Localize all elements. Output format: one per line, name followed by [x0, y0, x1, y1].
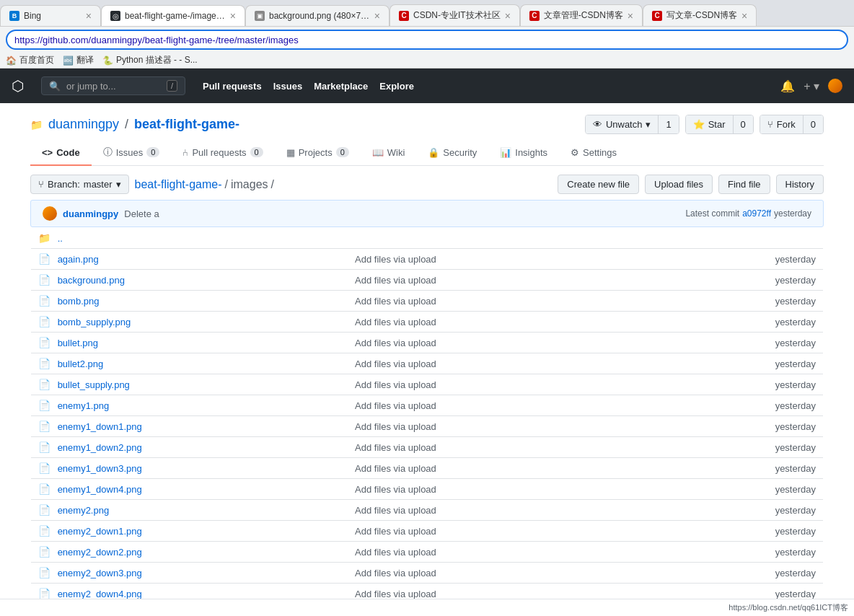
- file-time: yesterday: [665, 395, 824, 416]
- folder-icon: 📁: [38, 232, 50, 244]
- tab-pullrequests[interactable]: ⑃ Pull requests 0: [171, 140, 274, 166]
- tab-close-github[interactable]: ×: [230, 10, 236, 22]
- projects-badge: 0: [336, 147, 349, 157]
- file-link[interactable]: bomb_supply.png: [58, 317, 131, 327]
- nav-issues[interactable]: Issues: [273, 81, 302, 92]
- nav-pull-requests[interactable]: Pull requests: [203, 81, 262, 92]
- file-browser-header: ⑂ Branch: master ▾ beat-flight-game- / i…: [30, 166, 824, 200]
- bookmark-translate[interactable]: 🔤 翻译: [63, 54, 94, 66]
- repo-actions: 👁 Unwatch ▾ 1 ⭐ Star 0: [585, 115, 824, 134]
- commit-hash-link[interactable]: a0972ff: [742, 208, 771, 219]
- file-link[interactable]: bullet2.png: [58, 358, 104, 369]
- tab-code[interactable]: <> Code: [30, 140, 92, 166]
- create-new-file-button[interactable]: Create new file: [558, 175, 639, 194]
- branch-name: master: [84, 179, 113, 190]
- code-icon: <>: [42, 147, 53, 158]
- table-row: 📄 enemy2.png Add files via upload yester…: [31, 500, 824, 521]
- file-icon: 📄: [38, 316, 50, 327]
- browser-tab-csdn1[interactable]: C CSDN-专业IT技术社区 ×: [389, 4, 520, 26]
- nav-marketplace[interactable]: Marketplace: [314, 81, 368, 92]
- file-commit-message: Add files via upload: [348, 353, 665, 374]
- file-link[interactable]: enemy1_down2.png: [58, 442, 142, 453]
- file-link[interactable]: enemy2_down2.png: [58, 547, 142, 558]
- file-link[interactable]: enemy1_down4.png: [58, 484, 142, 495]
- star-button-group: ⭐ Star 0: [685, 115, 754, 134]
- branch-selector[interactable]: ⑂ Branch: master ▾: [30, 175, 129, 194]
- file-icon: 📄: [38, 379, 50, 390]
- star-button[interactable]: ⭐ Star: [686, 115, 734, 133]
- tab-close-background[interactable]: ×: [374, 10, 380, 22]
- tab-issues[interactable]: ⓘ Issues 0: [92, 140, 172, 166]
- find-file-button[interactable]: Find file: [718, 175, 770, 194]
- file-link[interactable]: enemy2_down3.png: [58, 568, 142, 578]
- create-new-icon[interactable]: + ▾: [804, 79, 819, 93]
- file-link[interactable]: again.png: [58, 254, 99, 265]
- tab-projects[interactable]: ▦ Projects 0: [275, 140, 361, 166]
- history-button[interactable]: History: [776, 175, 824, 194]
- repo-separator: /: [125, 117, 128, 132]
- file-time: yesterday: [665, 270, 824, 291]
- nav-explore[interactable]: Explore: [379, 81, 414, 92]
- parent-dir-link[interactable]: ..: [58, 233, 63, 244]
- browser-tab-csdn3[interactable]: C 写文章-CSDN博客 ×: [643, 4, 757, 26]
- file-link[interactable]: enemy2_down1.png: [58, 526, 142, 537]
- watch-count[interactable]: 1: [659, 115, 678, 133]
- csdn1-favicon: C: [399, 11, 409, 21]
- tab-wiki-label: Wiki: [387, 147, 405, 158]
- tab-wiki[interactable]: 📖 Wiki: [361, 140, 417, 166]
- browser-tab-background[interactable]: ▣ background.png (480×700) ×: [245, 5, 389, 26]
- file-link[interactable]: enemy1_down1.png: [58, 421, 142, 432]
- tab-close-csdn3[interactable]: ×: [741, 10, 747, 22]
- file-commit-message: Add files via upload: [348, 312, 665, 333]
- file-commit-message: Add files via upload: [348, 395, 665, 416]
- breadcrumb-repo-link[interactable]: beat-flight-game-: [135, 178, 222, 191]
- bookmarks-bar: 🏠 百度首页 🔤 翻译 🐍 Python 描述器 - - S...: [0, 53, 854, 69]
- commit-author-avatar: [43, 206, 57, 221]
- github-search[interactable]: 🔍 or jump to... /: [41, 76, 185, 95]
- file-time: yesterday: [665, 479, 824, 500]
- file-table: 📁 .. 📄 again.png Add files via upload ye…: [30, 227, 824, 604]
- file-link[interactable]: bullet.png: [58, 338, 98, 348]
- github-favicon: ◎: [110, 11, 120, 21]
- file-link[interactable]: enemy1_down3.png: [58, 463, 142, 474]
- tab-title-csdn3: 写文章-CSDN博客: [666, 9, 737, 22]
- tab-insights[interactable]: 📊 Insights: [488, 140, 559, 166]
- bookmark-baidu[interactable]: 🏠 百度首页: [6, 54, 54, 66]
- tab-close-csdn2[interactable]: ×: [628, 10, 633, 22]
- watch-button[interactable]: 👁 Unwatch ▾: [586, 115, 659, 133]
- tab-close-csdn1[interactable]: ×: [505, 10, 511, 22]
- watch-label: Unwatch: [606, 119, 643, 130]
- file-time: yesterday: [665, 563, 824, 584]
- commit-author-link[interactable]: duanmingpy: [63, 208, 118, 219]
- github-logo-icon[interactable]: ⬡: [12, 77, 24, 94]
- file-link[interactable]: enemy2.png: [58, 505, 110, 516]
- repo-owner-link[interactable]: duanmingpy: [48, 117, 119, 132]
- file-link[interactable]: bullet_supply.png: [58, 379, 130, 390]
- tab-security[interactable]: 🔒 Security: [416, 140, 488, 166]
- bookmark-python[interactable]: 🐍 Python 描述器 - - S...: [102, 54, 198, 66]
- file-commit-message: Add files via upload: [348, 437, 665, 458]
- file-link[interactable]: enemy1.png: [58, 400, 110, 411]
- star-count[interactable]: 0: [734, 115, 753, 133]
- projects-icon: ▦: [286, 147, 295, 158]
- fork-button[interactable]: ⑂ Fork: [760, 115, 804, 133]
- browser-tab-github[interactable]: ◎ beat-flight-game-/images at ma... ×: [101, 5, 245, 26]
- browser-tab-csdn2[interactable]: C 文章管理-CSDN博客 ×: [520, 4, 643, 26]
- file-link[interactable]: bomb.png: [58, 296, 100, 307]
- tab-close-bing[interactable]: ×: [86, 10, 92, 22]
- browser-tab-bing[interactable]: B Bing ×: [0, 5, 101, 26]
- fork-count[interactable]: 0: [804, 115, 823, 133]
- user-avatar[interactable]: [828, 79, 842, 93]
- address-bar[interactable]: https://github.com/duanmingpy/beat-fligh…: [6, 30, 848, 50]
- star-label: Star: [708, 119, 726, 130]
- table-row: 📄 enemy1.png Add files via upload yester…: [31, 395, 824, 416]
- upload-files-button[interactable]: Upload files: [645, 175, 713, 194]
- file-commit-message: Add files via upload: [348, 479, 665, 500]
- repo-name-link[interactable]: beat-flight-game-: [134, 117, 239, 132]
- notifications-icon[interactable]: 🔔: [780, 79, 795, 93]
- tab-settings[interactable]: ⚙ Settings: [559, 140, 628, 166]
- table-row: 📄 bomb_supply.png Add files via upload y…: [31, 312, 824, 333]
- file-icon: 📄: [38, 462, 50, 474]
- file-link[interactable]: background.png: [58, 275, 125, 286]
- file-link[interactable]: enemy2_down4.png: [58, 589, 142, 599]
